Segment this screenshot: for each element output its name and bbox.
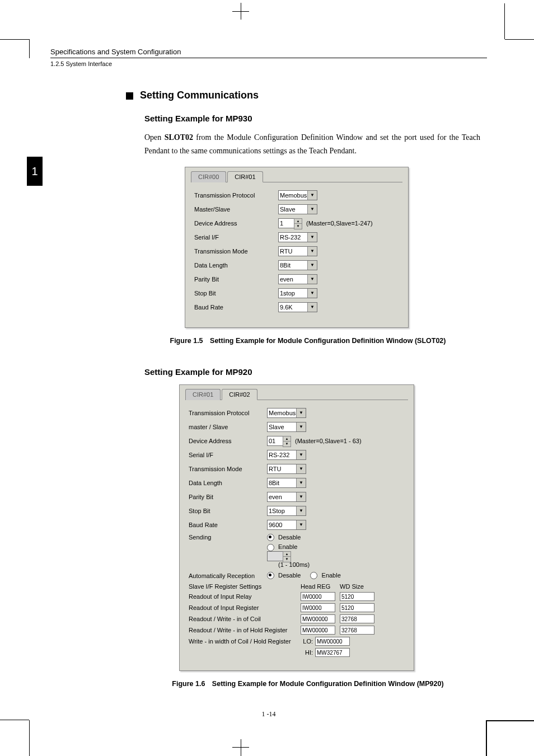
auto-enable-radio[interactable] xyxy=(310,572,317,579)
sending-ms-spinner[interactable]: ▲▼ xyxy=(267,551,284,561)
row-write-width-lo[interactable]: MW00000 xyxy=(315,637,350,646)
row-input-register-label: Readout of Input Register xyxy=(189,604,301,611)
body-930-post: from the Module Configuration Definition… xyxy=(144,133,480,155)
baud-select[interactable]: 9.6K▼ xyxy=(278,302,317,312)
tab-cir00[interactable]: CIR#00 xyxy=(191,171,226,182)
section-bullet-icon xyxy=(126,92,133,100)
header-spec: Specifications and System Configuration xyxy=(50,48,487,58)
chevron-down-icon: ▼ xyxy=(307,261,317,270)
label-data-length-2: Data Length xyxy=(189,480,267,486)
chevron-down-icon: ▼ xyxy=(307,233,317,242)
header-sys: 1.2.5 System Interface xyxy=(50,60,487,67)
subsection-920-title: Setting Example for MP920 xyxy=(144,367,487,377)
row-hold-register-wd[interactable]: 32768 xyxy=(340,626,374,635)
device-address-spinner-2[interactable]: 01▲▼ xyxy=(267,436,284,446)
row-write-width-hi[interactable]: MW32767 xyxy=(315,648,350,657)
device-address-note-2: (Master=0,Slave=1 - 63) xyxy=(295,438,362,444)
label-serial-if-2: Serial I/F xyxy=(189,452,267,458)
chevron-down-icon: ▼ xyxy=(307,303,317,312)
label-trans-mode: Transmission Mode xyxy=(194,248,278,255)
row-coil-reg[interactable]: MW00000 xyxy=(301,614,335,623)
col-head-reg: Head REG xyxy=(301,583,335,590)
label-master-slave-2: master / Slave xyxy=(189,424,267,430)
auto-enable-label: Enable xyxy=(322,572,341,579)
label-device-address-2: Device Address xyxy=(189,438,267,444)
section-title: Setting Communications xyxy=(140,90,259,101)
row-input-relay-wd[interactable]: 5120 xyxy=(340,592,374,601)
label-parity: Parity Bit xyxy=(194,276,278,283)
row-coil-label: Readout / Write - in of Coil xyxy=(189,616,301,622)
device-address-note: (Master=0,Slave=1-247) xyxy=(306,220,373,227)
serial-if-select-2[interactable]: RS-232▼ xyxy=(267,450,306,460)
figure-1-5-caption: Figure 1.5 Setting Example for Module Co… xyxy=(112,337,504,345)
page-number: 1 -14 xyxy=(50,710,487,719)
label-data-length: Data Length xyxy=(194,262,278,269)
label-protocol-2: Transmission Protocol xyxy=(189,410,267,416)
master-slave-select[interactable]: Slave▼ xyxy=(278,204,317,214)
label-parity-2: Parity Bit xyxy=(189,494,267,500)
label-auto-reception: Automatically Reception xyxy=(189,572,267,579)
row-coil-wd[interactable]: 32768 xyxy=(340,614,374,623)
chevron-down-icon: ▼ xyxy=(307,275,317,284)
row-input-register-wd[interactable]: 5120 xyxy=(340,603,374,612)
baud-select-2[interactable]: 9600▼ xyxy=(267,520,306,530)
slot02-dialog: CIR#00 CIR#01 Transmission Protocol Memo… xyxy=(185,167,409,328)
row-input-relay-reg[interactable]: IW0000 xyxy=(301,592,335,601)
chevron-down-icon: ▼ xyxy=(296,408,306,417)
master-slave-select-2[interactable]: Slave▼ xyxy=(267,422,306,432)
sending-enable-radio[interactable] xyxy=(267,544,274,551)
row-input-relay-label: Readout of Input Relay xyxy=(189,593,301,600)
chevron-down-icon: ▼ xyxy=(296,464,306,473)
stop-bit-select[interactable]: 1stop▼ xyxy=(278,288,317,298)
slave-if-heading: Slave I/F Register Settings xyxy=(189,583,301,590)
label-protocol: Transmission Protocol xyxy=(194,192,278,199)
chevron-down-icon: ▼ xyxy=(296,492,306,501)
parity-select[interactable]: even▼ xyxy=(278,274,317,284)
chevron-down-icon: ▼ xyxy=(296,422,306,431)
chevron-down-icon: ▼ xyxy=(307,289,317,298)
label-master-slave: Master/Slave xyxy=(194,206,278,213)
parity-select-2[interactable]: even▼ xyxy=(267,492,306,502)
stop-bit-select-2[interactable]: 1Stop▼ xyxy=(267,506,306,516)
auto-disable-radio[interactable] xyxy=(267,572,274,579)
tab-cir01[interactable]: CIR#01 xyxy=(227,171,263,182)
trans-mode-select-2[interactable]: RTU▼ xyxy=(267,464,306,474)
chevron-down-icon: ▼ xyxy=(296,506,306,515)
auto-disable-label: Desable xyxy=(278,572,301,579)
protocol-select-2[interactable]: Memobus▼ xyxy=(267,408,306,418)
device-address-spinner[interactable]: 1▲▼ xyxy=(278,218,295,228)
label-baud-2: Baud Rate xyxy=(189,522,267,528)
col-head-wdsize: WD Size xyxy=(340,583,364,590)
tab-cir01b[interactable]: CIR#01 xyxy=(185,389,221,400)
sending-disable-radio[interactable] xyxy=(267,534,274,541)
body-930-pre: Open xyxy=(144,133,165,142)
label-trans-mode-2: Transmission Mode xyxy=(189,466,267,472)
protocol-select[interactable]: Memobus▼ xyxy=(278,190,317,200)
label-stop-bit-2: Stop Bit xyxy=(189,508,267,514)
data-length-select[interactable]: 8Bit▼ xyxy=(278,260,317,270)
row-hold-register-reg[interactable]: MW00000 xyxy=(301,626,335,635)
chevron-down-icon: ▼ xyxy=(296,478,306,487)
chevron-down-icon: ▼ xyxy=(296,450,306,459)
row-input-register-reg[interactable]: IW0000 xyxy=(301,603,335,612)
data-length-select-2[interactable]: 8Bit▼ xyxy=(267,478,306,488)
chapter-tab: 1 xyxy=(27,157,43,186)
chevron-down-icon: ▼ xyxy=(296,520,306,529)
lo-label: LO: xyxy=(301,638,313,645)
row-hold-register-label: Readout / Write - in of Hold Register xyxy=(189,627,301,633)
label-stop-bit: Stop Bit xyxy=(194,290,278,297)
trans-mode-select[interactable]: RTU▼ xyxy=(278,246,317,256)
label-baud: Baud Rate xyxy=(194,304,278,311)
serial-if-select[interactable]: RS-232▼ xyxy=(278,232,317,242)
chevron-down-icon: ▼ xyxy=(307,191,317,200)
chevron-down-icon: ▼ xyxy=(307,247,317,256)
label-serial-if: Serial I/F xyxy=(194,234,278,241)
row-write-width-label: Write - in width of Coil / Hold Register xyxy=(189,638,301,645)
sending-disable-label: Desable xyxy=(278,534,301,541)
mp920-dialog: CIR#01 CIR#02 Transmission Protocol Memo… xyxy=(179,384,414,672)
tab-cir02[interactable]: CIR#02 xyxy=(222,389,257,400)
chevron-down-icon: ▼ xyxy=(307,205,317,214)
hi-label: HI: xyxy=(301,649,313,656)
subsection-930-title: Setting Example for MP930 xyxy=(144,114,487,123)
sending-enable-label: Enable xyxy=(278,543,297,550)
